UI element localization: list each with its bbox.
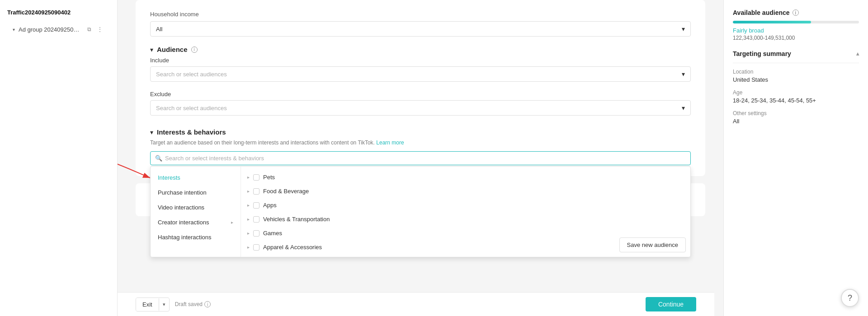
audience-header[interactable]: ▾ Audience i bbox=[150, 46, 691, 53]
dropdown-right-item-apps[interactable]: ▸ Apps bbox=[241, 198, 690, 212]
search-icon: 🔍 bbox=[155, 155, 162, 162]
dropdown-item-creator-label: Creator interactions bbox=[158, 219, 209, 226]
main-content: Household income All ▾ Audience i Includ… bbox=[118, 0, 723, 316]
include-placeholder: Search or select audiences bbox=[156, 71, 227, 78]
dropdown-item-creator[interactable]: Creator interactions ▸ bbox=[151, 215, 241, 230]
exclude-field: Exclude Search or select audiences bbox=[150, 91, 691, 116]
dropdown-item-purchase[interactable]: Purchase intention bbox=[151, 185, 241, 200]
pets-checkbox[interactable] bbox=[253, 174, 259, 181]
apparel-checkbox[interactable] bbox=[253, 244, 259, 251]
other-settings-label: Other settings bbox=[733, 110, 859, 116]
dropdown-item-hashtag-label: Hashtag interactions bbox=[158, 234, 212, 241]
audience-title: Audience bbox=[157, 46, 188, 53]
bottom-bar: Exit ▾ Draft saved i Continue bbox=[118, 292, 714, 316]
vehicles-expand-icon: ▸ bbox=[247, 217, 250, 222]
summary-other-settings: Other settings All bbox=[733, 110, 859, 125]
age-label: Age bbox=[733, 89, 859, 96]
copy-icon[interactable]: ⧉ bbox=[85, 25, 94, 34]
progress-bar-fill bbox=[733, 21, 811, 23]
interests-dropdown: Interests Purchase intention Video inter… bbox=[150, 166, 691, 257]
apparel-expand-icon: ▸ bbox=[247, 245, 250, 250]
exclude-select[interactable]: Search or select audiences bbox=[150, 100, 691, 116]
include-field: Include Search or select audiences bbox=[150, 57, 691, 82]
available-audience-status: Fairly broad bbox=[733, 27, 859, 34]
help-button[interactable]: ? bbox=[841, 289, 859, 307]
include-chevron-icon bbox=[682, 70, 685, 78]
household-income-select[interactable]: All bbox=[150, 21, 691, 37]
apparel-label: Apparel & Accessories bbox=[263, 244, 322, 251]
games-checkbox[interactable] bbox=[253, 230, 259, 237]
save-audience-button[interactable]: Save new audience bbox=[619, 237, 686, 252]
draft-saved-text: Draft saved bbox=[175, 301, 203, 307]
draft-saved-status: Draft saved i bbox=[175, 301, 211, 307]
food-expand-icon: ▸ bbox=[247, 189, 250, 194]
pets-label: Pets bbox=[263, 174, 275, 181]
more-icon[interactable]: ⋮ bbox=[95, 25, 104, 34]
available-audience-range: 122,343,000-149,531,000 bbox=[733, 35, 859, 41]
interests-title: Interests & behaviors bbox=[157, 128, 226, 136]
dropdown-right-item-life[interactable]: ▸ Life Services bbox=[241, 254, 690, 257]
dropdown-right-item-vehicles[interactable]: ▸ Vehicles & Transportation bbox=[241, 212, 690, 226]
exit-button-group: Exit ▾ bbox=[136, 297, 170, 311]
audience-info-icon[interactable]: i bbox=[191, 46, 198, 53]
games-expand-icon: ▸ bbox=[247, 231, 250, 236]
apps-expand-icon: ▸ bbox=[247, 203, 250, 208]
food-checkbox[interactable] bbox=[253, 188, 259, 195]
interests-search-input[interactable] bbox=[165, 155, 686, 162]
exclude-chevron-icon bbox=[682, 104, 685, 112]
interests-description: Target an audience based on their long-t… bbox=[150, 139, 691, 146]
dropdown-item-video-label: Video interactions bbox=[158, 204, 204, 211]
dropdown-right-item-food[interactable]: ▸ Food & Beverage bbox=[241, 184, 690, 198]
other-settings-value: All bbox=[733, 118, 859, 125]
creator-chevron-icon: ▸ bbox=[231, 220, 233, 225]
dropdown-right-item-pets[interactable]: ▸ Pets bbox=[241, 170, 690, 184]
exit-button[interactable]: Exit bbox=[136, 298, 159, 311]
apps-label: Apps bbox=[263, 202, 277, 209]
available-audience-progress-bar bbox=[733, 21, 859, 23]
adgroup-label: Ad group 20240925050... bbox=[19, 26, 81, 33]
household-income-card: Household income All ▾ Audience i Includ… bbox=[136, 0, 705, 176]
right-panel: Available audience i Fairly broad 122,34… bbox=[723, 0, 868, 316]
chevron-down-icon: ▾ bbox=[13, 27, 15, 32]
select-chevron-down-icon bbox=[682, 25, 685, 33]
dropdown-item-hashtag[interactable]: Hashtag interactions bbox=[151, 230, 241, 245]
dropdown-item-interests[interactable]: Interests bbox=[151, 170, 241, 185]
dropdown-item-interests-label: Interests bbox=[158, 174, 180, 181]
targeting-summary-header: Targeting summary ▴ bbox=[733, 50, 859, 63]
sidebar-group: ▾ Ad group 20240925050... ⧉ ⋮ bbox=[0, 21, 117, 37]
sidebar-icons: ⧉ ⋮ bbox=[85, 25, 104, 34]
dropdown-item-video[interactable]: Video interactions bbox=[151, 200, 241, 215]
collapse-icon[interactable]: ▴ bbox=[856, 51, 859, 57]
summary-age: Age 18-24, 25-34, 35-44, 45-54, 55+ bbox=[733, 89, 859, 104]
household-income-label: Household income bbox=[150, 11, 691, 18]
continue-button[interactable]: Continue bbox=[646, 297, 696, 311]
location-value: United States bbox=[733, 76, 859, 83]
audience-chevron-icon: ▾ bbox=[150, 46, 153, 53]
exclude-placeholder: Search or select audiences bbox=[156, 105, 227, 112]
exclude-label: Exclude bbox=[150, 91, 691, 98]
summary-location: Location United States bbox=[733, 69, 859, 83]
red-arrow-annotation bbox=[118, 145, 155, 186]
draft-info-icon[interactable]: i bbox=[204, 301, 211, 307]
available-audience-title: Available audience bbox=[733, 9, 790, 16]
available-audience-info-icon[interactable]: i bbox=[793, 9, 799, 16]
campaign-title: Traffic20240925090402 bbox=[0, 7, 117, 21]
dropdown-item-purchase-label: Purchase intention bbox=[158, 189, 207, 196]
apps-checkbox[interactable] bbox=[253, 202, 259, 209]
include-select[interactable]: Search or select audiences bbox=[150, 66, 691, 82]
learn-more-link[interactable]: Learn more bbox=[376, 139, 404, 146]
interests-chevron-icon: ▾ bbox=[150, 129, 153, 136]
interests-search-box[interactable]: 🔍 bbox=[150, 151, 691, 165]
household-income-value: All bbox=[156, 26, 162, 33]
interests-behaviors-section: ▾ Interests & behaviors Target an audien… bbox=[150, 128, 691, 165]
audience-section: ▾ Audience i Include Search or select au… bbox=[150, 46, 691, 128]
location-label: Location bbox=[733, 69, 859, 75]
interests-header[interactable]: ▾ Interests & behaviors bbox=[150, 128, 691, 136]
interests-search-container: 🔍 Interests Purchase intention bbox=[150, 151, 691, 165]
sidebar-item-adgroup[interactable]: ▾ Ad group 20240925050... ⧉ ⋮ bbox=[7, 21, 110, 37]
vehicles-label: Vehicles & Transportation bbox=[263, 216, 330, 223]
age-value: 18-24, 25-34, 35-44, 45-54, 55+ bbox=[733, 97, 859, 104]
exit-chevron-button[interactable]: ▾ bbox=[159, 298, 169, 311]
vehicles-checkbox[interactable] bbox=[253, 216, 259, 223]
food-label: Food & Beverage bbox=[263, 188, 309, 195]
